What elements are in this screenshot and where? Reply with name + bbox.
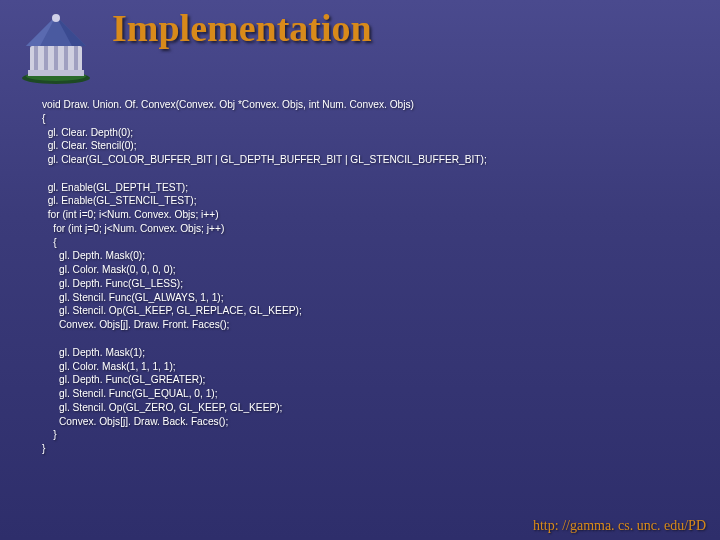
svg-rect-5 [54,46,58,74]
footer-url: http: //gamma. cs. unc. edu/PD [533,518,706,534]
svg-rect-8 [28,70,84,76]
svg-rect-7 [74,46,78,74]
page-title: Implementation [112,6,372,50]
svg-point-9 [52,14,60,22]
code-block: void Draw. Union. Of. Convex(Convex. Obj… [42,98,700,456]
svg-rect-6 [64,46,68,74]
svg-rect-3 [34,46,38,74]
svg-rect-4 [44,46,48,74]
gazebo-icon [8,8,104,86]
